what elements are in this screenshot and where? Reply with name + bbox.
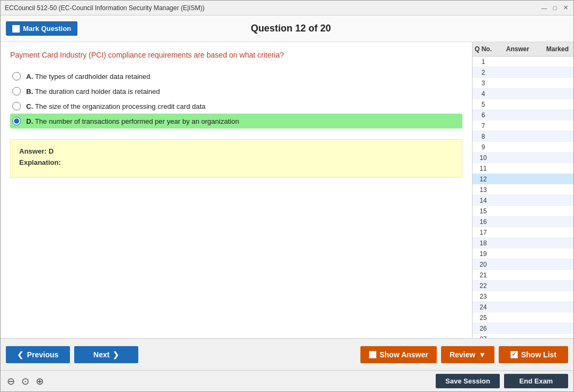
sidebar-cell-num-25: 25: [473, 313, 494, 323]
sidebar-cell-num-9: 9: [473, 142, 494, 152]
sidebar-cell-answer-18: [494, 242, 541, 244]
option-row-a: A. The types of cardholder data retained: [10, 69, 462, 84]
sidebar-cell-answer-5: [494, 103, 541, 106]
sidebar-cell-marked-14: [541, 199, 573, 202]
sidebar-cell-num-4: 4: [473, 89, 494, 99]
sidebar-row-25[interactable]: 25: [473, 313, 573, 323]
sidebar-row-13[interactable]: 13: [473, 185, 573, 195]
sidebar-cell-answer-9: [494, 146, 541, 148]
sidebar-row-7[interactable]: 7: [473, 121, 573, 131]
option-radio-c[interactable]: [12, 102, 21, 110]
main-window: ECCouncil 512-50 (EC-Council Information…: [0, 0, 574, 392]
maximize-button[interactable]: □: [551, 4, 559, 12]
sidebar-cell-answer-10: [494, 157, 541, 159]
sidebar-row-2[interactable]: 2: [473, 67, 573, 78]
sidebar-cell-num-6: 6: [473, 110, 494, 120]
sidebar-cell-marked-5: [541, 103, 573, 106]
option-radio-d[interactable]: [12, 117, 21, 125]
option-label-d: D. The number of transactions performed …: [26, 117, 239, 125]
sidebar-row-21[interactable]: 21: [473, 270, 573, 281]
sidebar-cell-marked-16: [541, 221, 573, 223]
sidebar-cell-marked-3: [541, 82, 573, 84]
sidebar-row-14[interactable]: 14: [473, 195, 573, 206]
previous-button[interactable]: ❮ Previous: [6, 346, 70, 363]
sidebar-cell-num-17: 17: [473, 228, 494, 237]
next-label: Next: [93, 350, 109, 359]
sidebar-row-22[interactable]: 22: [473, 281, 573, 291]
save-session-button[interactable]: Save Session: [436, 374, 500, 388]
sidebar-row-27[interactable]: 27: [473, 334, 573, 338]
mark-question-button[interactable]: Mark Question: [6, 21, 77, 36]
sidebar-row-8[interactable]: 8: [473, 131, 573, 142]
sidebar-row-11[interactable]: 11: [473, 163, 573, 174]
sidebar-cell-answer-13: [494, 189, 541, 191]
sidebar-cell-answer-2: [494, 71, 541, 74]
show-list-icon: ✓: [510, 351, 518, 358]
sidebar-cell-answer-17: [494, 231, 541, 234]
sidebar-row-23[interactable]: 23: [473, 291, 573, 302]
sidebar-row-15[interactable]: 15: [473, 206, 573, 217]
sidebar-cell-marked-22: [541, 285, 573, 287]
sidebar-cell-marked-18: [541, 242, 573, 244]
sidebar-row-5[interactable]: 5: [473, 99, 573, 110]
review-chevron-icon: ▼: [478, 350, 486, 359]
sidebar-cell-num-3: 3: [473, 78, 494, 88]
sidebar-cell-num-27: 27: [473, 334, 494, 339]
sidebar-cell-answer-21: [494, 274, 541, 276]
sidebar-row-3[interactable]: 3: [473, 78, 573, 89]
sidebar-row-20[interactable]: 20: [473, 259, 573, 270]
sidebar-cell-marked-21: [541, 274, 573, 276]
sidebar-cell-answer-16: [494, 221, 541, 223]
sidebar-cell-num-15: 15: [473, 206, 494, 216]
sidebar-cell-answer-15: [494, 210, 541, 212]
sidebar-row-12[interactable]: 12: [473, 174, 573, 185]
sidebar-row-16[interactable]: 16: [473, 217, 573, 227]
sidebar-row-18[interactable]: 18: [473, 238, 573, 249]
sidebar-cell-num-8: 8: [473, 132, 494, 141]
sidebar-cell-marked-12: [541, 178, 573, 180]
options-container: A. The types of cardholder data retained…: [10, 69, 462, 129]
sidebar-list[interactable]: 1234567891011121314151617181920212223242…: [473, 57, 573, 338]
sidebar-cell-num-11: 11: [473, 164, 494, 173]
minimize-button[interactable]: —: [540, 4, 548, 12]
sidebar-row-26[interactable]: 26: [473, 323, 573, 334]
sidebar-cell-num-10: 10: [473, 153, 494, 163]
save-session-label: Save Session: [445, 377, 490, 385]
question-title: Question 12 of 20: [77, 23, 504, 34]
zoom-out-button[interactable]: ⊖: [6, 374, 16, 388]
sidebar-header-marked: Marked: [541, 44, 573, 54]
sidebar-cell-num-24: 24: [473, 302, 494, 312]
sidebar-row-9[interactable]: 9: [473, 142, 573, 153]
show-answer-button[interactable]: Show Answer: [360, 346, 437, 363]
sidebar-header-qno: Q No.: [473, 44, 494, 54]
sidebar-cell-marked-19: [541, 253, 573, 255]
option-label-a: A. The types of cardholder data retained: [26, 73, 150, 81]
close-button[interactable]: ✕: [562, 4, 569, 12]
zoom-in-button[interactable]: ⊕: [35, 374, 45, 388]
sidebar-row-6[interactable]: 6: [473, 110, 573, 121]
sidebar-row-24[interactable]: 24: [473, 302, 573, 313]
sidebar-row-19[interactable]: 19: [473, 249, 573, 259]
sidebar-cell-num-13: 13: [473, 185, 494, 195]
end-exam-button[interactable]: End Exam: [504, 374, 568, 388]
show-list-button[interactable]: ✓ Show List: [499, 346, 568, 363]
mark-icon: [12, 25, 20, 33]
sidebar-row-4[interactable]: 4: [473, 89, 573, 99]
sidebar-row-17[interactable]: 17: [473, 227, 573, 238]
sidebar-cell-num-1: 1: [473, 57, 494, 67]
chevron-right-icon: ❯: [113, 350, 119, 359]
sidebar-cell-marked-4: [541, 93, 573, 95]
next-button[interactable]: Next ❯: [74, 346, 138, 363]
sidebar-cell-marked-20: [541, 263, 573, 266]
sidebar-cell-answer-24: [494, 306, 541, 308]
zoom-normal-button[interactable]: ⊙: [20, 374, 30, 388]
review-button[interactable]: Review ▼: [441, 346, 494, 363]
option-radio-a[interactable]: [12, 72, 21, 81]
sidebar-cell-marked-17: [541, 231, 573, 234]
review-label: Review: [450, 350, 475, 359]
option-radio-b[interactable]: [12, 87, 21, 95]
sidebar-cell-marked-15: [541, 210, 573, 212]
show-list-label: Show List: [521, 350, 556, 359]
sidebar-row-1[interactable]: 1: [473, 57, 573, 67]
sidebar-row-10[interactable]: 10: [473, 153, 573, 163]
